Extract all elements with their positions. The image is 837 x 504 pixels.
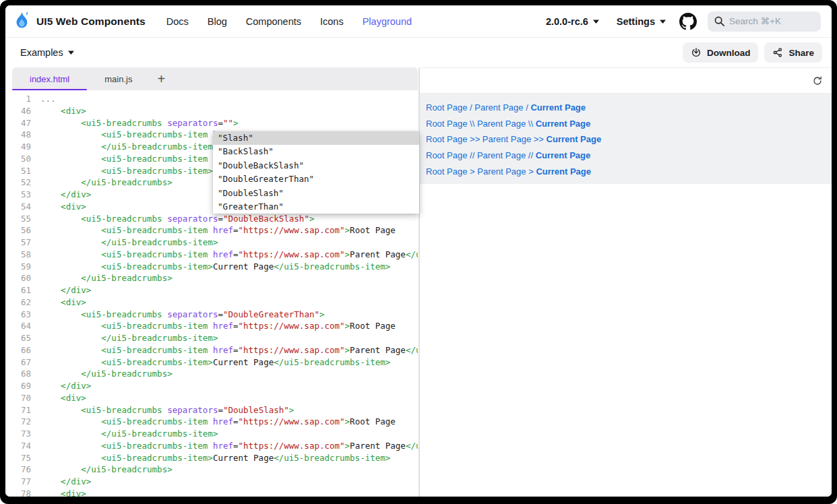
code-line-content: <ui5-breadcrumbs separators=""> bbox=[40, 117, 239, 129]
breadcrumb-separator: >> bbox=[531, 134, 546, 144]
nav-item-docs[interactable]: Docs bbox=[166, 16, 189, 27]
download-label: Download bbox=[707, 48, 751, 58]
code-line: 65 </ui5-breadcrumbs-item> bbox=[12, 332, 418, 344]
examples-label: Examples bbox=[20, 47, 63, 58]
nav-item-playground[interactable]: Playground bbox=[363, 16, 412, 27]
code-line: 58 <ui5-breadcrumbs-item href="https://w… bbox=[12, 249, 418, 261]
breadcrumb-link[interactable]: Root Page bbox=[426, 166, 467, 177]
refresh-button[interactable] bbox=[812, 75, 823, 86]
preview-toolbar bbox=[420, 68, 832, 94]
code-line: 67 <ui5-breadcrumbs-item>Current Page</u… bbox=[12, 356, 418, 369]
line-number: 46 bbox=[12, 105, 31, 117]
download-icon bbox=[691, 47, 702, 58]
breadcrumb-link[interactable]: Root Page bbox=[426, 102, 467, 113]
breadcrumb-row: Root Page >> Parent Page >> Current Page bbox=[426, 131, 832, 148]
version-dropdown[interactable]: 2.0.0-rc.6 bbox=[546, 16, 599, 27]
line-number: 55 bbox=[12, 213, 31, 225]
nav-item-icons[interactable]: Icons bbox=[320, 16, 344, 27]
code-line-content: <ui5-breadcrumbs-item href="https://www.… bbox=[40, 320, 396, 332]
code-line: 76 </ui5-breadcrumbs> bbox=[12, 464, 418, 476]
autocomplete-option[interactable]: "DoubleBackSlash" bbox=[213, 159, 419, 172]
code-line-content: <div> bbox=[40, 296, 86, 309]
chevron-down-icon bbox=[660, 20, 666, 24]
code-line-content: <ui5-breadcrumbs separators="DoubleBackS… bbox=[40, 213, 314, 225]
line-number: 68 bbox=[12, 368, 31, 380]
line-number: 63 bbox=[12, 309, 31, 321]
line-number: 52 bbox=[12, 177, 31, 189]
line-number: 1 bbox=[12, 93, 31, 105]
breadcrumb-current: Current Page bbox=[536, 166, 591, 177]
code-line: 46 <div> bbox=[12, 105, 418, 117]
line-number: 65 bbox=[12, 332, 31, 344]
share-button[interactable]: Share bbox=[764, 42, 822, 63]
download-button[interactable]: Download bbox=[683, 42, 759, 63]
breadcrumb-separator: > bbox=[467, 166, 477, 177]
autocomplete-option[interactable]: "DoubleGreaterThan" bbox=[213, 172, 419, 186]
breadcrumb-link[interactable]: Parent Page bbox=[474, 102, 523, 113]
breadcrumb-link[interactable]: Root Page bbox=[426, 150, 467, 160]
breadcrumb-link[interactable]: Parent Page bbox=[477, 119, 526, 129]
code-line-content: <ui5-breadcrumbs-item href="https://www.… bbox=[40, 249, 418, 261]
new-file-button[interactable]: + bbox=[150, 67, 173, 90]
code-line-content: <div> bbox=[40, 105, 86, 117]
github-icon bbox=[679, 13, 697, 30]
autocomplete-option[interactable]: "BackSlash" bbox=[213, 145, 419, 158]
line-number: 77 bbox=[12, 476, 31, 488]
code-line: 47 <ui5-breadcrumbs separators=""> bbox=[12, 117, 418, 129]
refresh-icon bbox=[812, 75, 823, 86]
search-box[interactable] bbox=[708, 11, 821, 32]
nav-item-components[interactable]: Components bbox=[246, 16, 301, 27]
examples-dropdown[interactable]: Examples bbox=[20, 47, 74, 58]
code-line-content: </ui5-breadcrumbs> bbox=[40, 272, 173, 284]
autocomplete-option[interactable]: "DoubleSlash" bbox=[213, 187, 419, 200]
line-number: 53 bbox=[12, 189, 31, 201]
line-number: 62 bbox=[12, 296, 31, 309]
editor-tab-index-html[interactable]: index.html bbox=[12, 67, 87, 90]
nav-item-blog[interactable]: Blog bbox=[208, 16, 227, 27]
breadcrumb-current: Current Page bbox=[536, 150, 591, 160]
code-line: 61 </div> bbox=[12, 284, 418, 296]
line-number: 78 bbox=[12, 488, 31, 497]
brand-title: UI5 Web Components bbox=[36, 15, 146, 28]
settings-dropdown[interactable]: Settings bbox=[617, 16, 666, 27]
autocomplete-dropdown: "Slash""BackSlash""DoubleBackSlash""Doub… bbox=[213, 131, 419, 214]
breadcrumb-row: Root Page // Parent Page // Current Page bbox=[426, 148, 832, 164]
code-line-content: </ui5-breadcrumbs-item> bbox=[40, 237, 218, 249]
line-number: 74 bbox=[12, 440, 31, 452]
breadcrumb-separator: >> bbox=[467, 134, 482, 144]
search-input[interactable] bbox=[729, 16, 809, 26]
brand-link[interactable]: UI5 Web Components bbox=[13, 11, 146, 31]
line-number: 47 bbox=[12, 117, 31, 129]
code-line-content: <ui5-breadcrumbs-item>Cu bbox=[40, 165, 223, 177]
code-line-content: </ui5-breadcrumbs-item> bbox=[40, 428, 218, 440]
code-line-content: <ui5-breadcrumbs-item hr bbox=[40, 153, 223, 165]
line-number: 56 bbox=[12, 224, 31, 237]
breadcrumb-link[interactable]: Root Page bbox=[426, 119, 467, 129]
editor-tab-main-js[interactable]: main.js bbox=[87, 67, 150, 90]
breadcrumb-current: Current Page bbox=[536, 119, 591, 129]
share-icon bbox=[772, 47, 783, 58]
github-link[interactable] bbox=[679, 13, 697, 30]
code-line-content: <ui5-breadcrumbs-item href="https://www.… bbox=[40, 224, 396, 237]
breadcrumb-link[interactable]: Root Page bbox=[426, 134, 467, 144]
line-number: 75 bbox=[12, 452, 31, 464]
settings-label: Settings bbox=[617, 16, 655, 27]
code-line-content: </div> bbox=[40, 284, 91, 296]
line-number: 61 bbox=[12, 284, 31, 296]
code-line: 77 </div> bbox=[12, 476, 418, 488]
line-number: 70 bbox=[12, 392, 31, 404]
code-line: 68 </ui5-breadcrumbs> bbox=[12, 368, 418, 380]
autocomplete-option[interactable]: "Slash" bbox=[213, 131, 419, 145]
breadcrumb-link[interactable]: Parent Page bbox=[477, 166, 526, 177]
main-area: index.htmlmain.js + 1...46 <div>47 <ui5-… bbox=[5, 67, 832, 497]
line-number: 49 bbox=[12, 141, 31, 153]
screenshot-frame: UI5 Web Components DocsBlogComponentsIco… bbox=[0, 0, 837, 504]
examples-bar: Examples Download Sha bbox=[5, 38, 832, 67]
share-label: Share bbox=[788, 48, 814, 58]
autocomplete-option[interactable]: "GreaterThan" bbox=[213, 200, 419, 214]
code-line-content: </div> bbox=[40, 189, 91, 201]
breadcrumb-link[interactable]: Parent Page bbox=[483, 134, 531, 144]
code-line-content: </ui5-breadcrumbs-item> bbox=[40, 141, 218, 153]
line-number: 51 bbox=[12, 165, 31, 177]
breadcrumb-link[interactable]: Parent Page bbox=[477, 150, 526, 160]
